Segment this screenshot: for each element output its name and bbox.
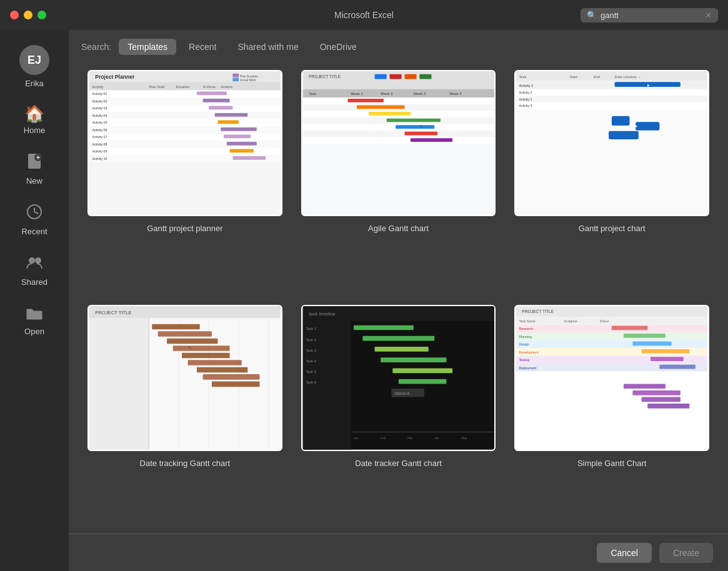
svg-text:Activity 07: Activity 07 <box>92 135 107 139</box>
template-name-5: Date tracker Gantt chart <box>355 459 442 468</box>
svg-rect-171 <box>648 404 690 409</box>
svg-text:Status: Status <box>600 319 609 323</box>
template-thumb-1: Project Planner Activity Plan Start Dura… <box>87 70 282 216</box>
svg-text:Duration: Duration <box>176 85 189 89</box>
tab-shared-with-me[interactable]: Shared with me <box>229 39 307 55</box>
svg-text:Activity 03: Activity 03 <box>92 106 107 110</box>
svg-rect-133 <box>392 369 452 374</box>
svg-text:Activity 04: Activity 04 <box>92 114 107 117</box>
svg-text:Date columns →: Date columns → <box>615 75 641 79</box>
svg-text:Actual Work: Actual Work <box>240 79 256 82</box>
svg-rect-74 <box>396 125 434 129</box>
svg-text:Deployment: Deployment <box>519 366 537 370</box>
svg-rect-168 <box>624 384 666 389</box>
sidebar-item-user[interactable]: EJ Erika <box>0 36 69 97</box>
svg-rect-68 <box>356 106 404 109</box>
svg-rect-51 <box>232 156 266 160</box>
svg-text:Activity 02: Activity 02 <box>92 99 107 103</box>
sidebar-item-open[interactable]: Open <box>0 295 69 345</box>
svg-rect-146 <box>516 317 707 324</box>
template-card-2[interactable]: PROJECT TITLE Task Week 1 Week 2 Week 3 … <box>301 70 496 286</box>
svg-rect-130 <box>362 336 434 341</box>
create-button[interactable]: Create <box>659 543 713 563</box>
search-icon: 🔍 <box>587 11 597 20</box>
svg-rect-65 <box>302 97 494 104</box>
svg-rect-72 <box>386 119 440 122</box>
svg-text:% Done: % Done <box>203 85 216 89</box>
svg-rect-34 <box>89 119 281 126</box>
template-card-5[interactable]: task timeline Task 1 Task 2 Task 3 Task … <box>301 305 496 521</box>
tab-onedrive[interactable]: OneDrive <box>311 39 366 55</box>
svg-text:Actions: Actions <box>221 85 232 89</box>
global-search-bar[interactable]: 🔍 gantt ✕ <box>581 8 718 22</box>
svg-rect-24 <box>197 92 227 96</box>
svg-text:Task 2: Task 2 <box>306 338 316 342</box>
svg-text:Week 1: Week 1 <box>351 92 362 96</box>
sidebar-item-recent[interactable]: Recent <box>0 194 69 245</box>
svg-rect-116 <box>203 374 260 380</box>
svg-text:Week 4: Week 4 <box>449 92 462 96</box>
svg-text:Task 6: Task 6 <box>306 380 316 384</box>
svg-text:Start: Start <box>570 75 578 79</box>
cancel-button[interactable]: Cancel <box>597 543 652 563</box>
svg-rect-25 <box>89 97 281 104</box>
svg-text:Testing: Testing <box>519 358 530 362</box>
svg-text:Research: Research <box>519 327 534 330</box>
svg-text:End: End <box>594 75 600 79</box>
template-card-1[interactable]: Project Planner Activity Plan Start Dura… <box>87 70 282 286</box>
sidebar-open-label: Open <box>24 327 44 336</box>
search-tabs-bar: Search: Templates Recent Shared with me … <box>69 30 728 64</box>
tab-templates[interactable]: Templates <box>119 39 176 55</box>
sidebar-user-name: Erika <box>25 79 44 88</box>
template-thumb-6: PROJECT TITLE Task Name Assignee Status … <box>514 305 709 451</box>
svg-rect-169 <box>633 390 681 395</box>
svg-rect-81 <box>516 71 707 81</box>
template-card-6[interactable]: PROJECT TITLE Task Name Assignee Status … <box>514 305 709 521</box>
svg-rect-164 <box>651 357 684 361</box>
svg-rect-161 <box>642 349 690 354</box>
svg-text:Task 4: Task 4 <box>306 359 316 363</box>
svg-text:Week 3: Week 3 <box>413 92 425 96</box>
svg-text:▶: ▶ <box>648 84 651 87</box>
template-card-3[interactable]: Task Start End Date columns → Activity 1… <box>514 70 709 286</box>
svg-rect-40 <box>89 134 281 141</box>
svg-rect-56 <box>389 74 401 79</box>
svg-rect-30 <box>209 106 232 110</box>
sidebar-item-home[interactable]: 🏠 Home <box>0 97 69 144</box>
open-icon <box>26 304 43 323</box>
svg-rect-103 <box>89 318 149 450</box>
svg-rect-131 <box>374 347 428 352</box>
bottom-bar: Cancel Create <box>69 534 728 571</box>
svg-rect-158 <box>633 341 672 345</box>
template-name-3: Gantt project chart <box>579 224 646 233</box>
svg-text:PROJECT TITLE: PROJECT TITLE <box>95 310 131 315</box>
svg-rect-132 <box>381 357 446 362</box>
svg-rect-39 <box>221 127 256 131</box>
sidebar-item-shared[interactable]: Shared <box>0 245 69 295</box>
svg-text:Plan Start: Plan Start <box>149 85 165 89</box>
close-button[interactable] <box>10 11 19 19</box>
svg-rect-110 <box>158 331 212 337</box>
svg-rect-170 <box>642 397 681 402</box>
maximize-button[interactable] <box>37 11 46 19</box>
svg-text:Apr: Apr <box>434 437 439 440</box>
svg-rect-90 <box>516 89 707 96</box>
tab-recent[interactable]: Recent <box>180 39 225 55</box>
svg-rect-20 <box>232 78 239 82</box>
clear-search-icon[interactable]: ✕ <box>705 11 712 20</box>
svg-rect-117 <box>212 382 260 387</box>
svg-rect-78 <box>411 138 452 142</box>
svg-text:Task 3: Task 3 <box>306 349 316 352</box>
svg-rect-75 <box>302 131 494 137</box>
svg-text:Activity 06: Activity 06 <box>92 128 107 132</box>
sidebar-item-new[interactable]: New <box>0 144 69 194</box>
svg-text:2023-03-15: 2023-03-15 <box>394 392 410 395</box>
svg-rect-76 <box>404 132 437 136</box>
app-title: Microsoft Excel <box>334 10 394 20</box>
template-card-4[interactable]: PROJECT TITLE <box>87 305 282 521</box>
svg-rect-31 <box>89 112 281 119</box>
minimize-button[interactable] <box>24 11 32 19</box>
svg-text:Activity 1: Activity 1 <box>519 84 534 87</box>
svg-text:Activity 01: Activity 01 <box>92 92 107 96</box>
svg-rect-113 <box>182 353 230 359</box>
